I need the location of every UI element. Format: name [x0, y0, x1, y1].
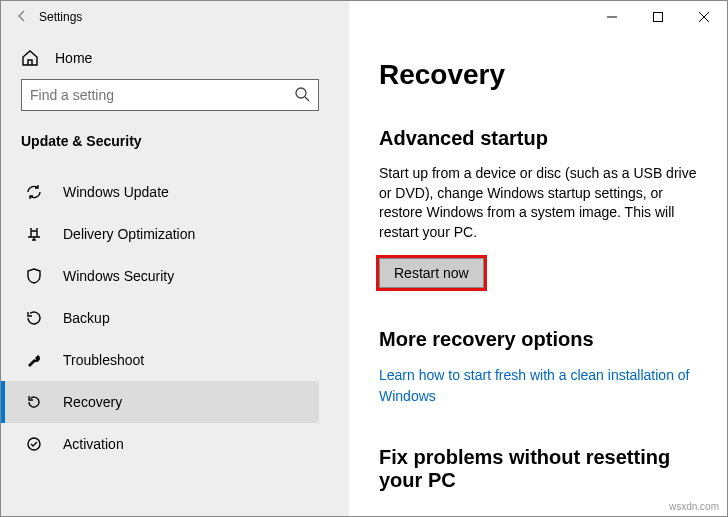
sidebar-item-troubleshoot[interactable]: Troubleshoot	[1, 339, 319, 381]
search-box[interactable]	[21, 79, 319, 111]
window-title: Settings	[39, 10, 82, 24]
search-input[interactable]	[30, 87, 294, 103]
activation-icon	[25, 435, 43, 453]
search-icon	[294, 86, 310, 105]
start-fresh-link[interactable]: Learn how to start fresh with a clean in…	[379, 365, 699, 406]
sidebar: Home Update & Security Windows Update	[1, 33, 349, 516]
section-heading: Fix problems without resetting your PC	[379, 446, 699, 492]
home-nav[interactable]: Home	[21, 41, 319, 79]
shield-icon	[25, 267, 43, 285]
restart-now-button[interactable]: Restart now	[379, 258, 484, 288]
sync-icon	[25, 183, 43, 201]
sidebar-item-label: Troubleshoot	[63, 352, 144, 368]
sidebar-item-label: Backup	[63, 310, 110, 326]
back-icon[interactable]	[15, 9, 29, 26]
maximize-button[interactable]	[635, 1, 681, 33]
section-advanced-startup: Advanced startup Start up from a device …	[379, 127, 699, 288]
watermark: wsxdn.com	[669, 501, 719, 512]
svg-point-6	[28, 438, 40, 450]
sidebar-item-delivery-optimization[interactable]: Delivery Optimization	[1, 213, 319, 255]
recovery-icon	[25, 393, 43, 411]
sidebar-item-activation[interactable]: Activation	[1, 423, 319, 465]
close-button[interactable]	[681, 1, 727, 33]
section-more-recovery-options: More recovery options Learn how to start…	[379, 328, 699, 406]
sidebar-item-backup[interactable]: Backup	[1, 297, 319, 339]
home-label: Home	[55, 50, 92, 66]
sidebar-item-windows-update[interactable]: Windows Update	[1, 171, 319, 213]
category-title: Update & Security	[21, 133, 319, 149]
sidebar-item-windows-security[interactable]: Windows Security	[1, 255, 319, 297]
home-icon	[21, 49, 39, 67]
sidebar-item-label: Delivery Optimization	[63, 226, 195, 242]
section-fix-problems: Fix problems without resetting your PC	[379, 446, 699, 492]
wrench-icon	[25, 351, 43, 369]
svg-point-4	[296, 88, 306, 98]
delivery-icon	[25, 225, 43, 243]
sidebar-item-label: Recovery	[63, 394, 122, 410]
svg-line-5	[305, 97, 309, 101]
section-heading: Advanced startup	[379, 127, 699, 150]
page-title: Recovery	[379, 59, 699, 91]
sidebar-item-recovery[interactable]: Recovery	[1, 381, 319, 423]
sidebar-item-label: Windows Security	[63, 268, 174, 284]
titlebar: Settings	[1, 1, 727, 33]
window-controls	[589, 1, 727, 33]
section-heading: More recovery options	[379, 328, 699, 351]
section-body: Start up from a device or disc (such as …	[379, 164, 699, 242]
svg-rect-1	[654, 13, 663, 22]
minimize-button[interactable]	[589, 1, 635, 33]
sidebar-item-label: Activation	[63, 436, 124, 452]
backup-icon	[25, 309, 43, 327]
sidebar-item-label: Windows Update	[63, 184, 169, 200]
content-pane: Recovery Advanced startup Start up from …	[349, 33, 727, 516]
